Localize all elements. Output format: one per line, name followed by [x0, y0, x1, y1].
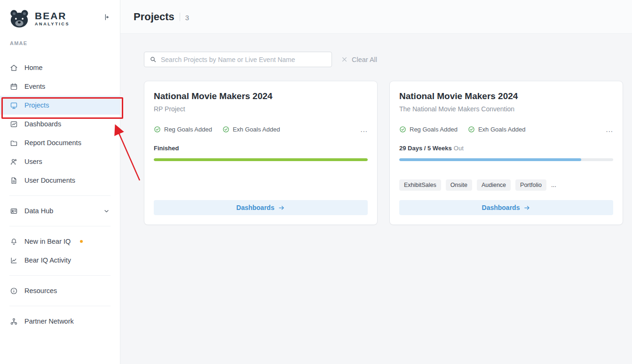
- org-label: AMAE: [10, 40, 120, 46]
- clear-all-label: Clear All: [352, 56, 377, 63]
- progress-bar: [399, 158, 613, 161]
- sidebar-item-data-hub[interactable]: Data Hub: [0, 201, 120, 220]
- status-row: Finished: [154, 145, 368, 152]
- sidebar-divider: [9, 275, 111, 276]
- brand-logo: BEAR ANALYTICS: [0, 0, 120, 28]
- sidebar-item-new-in-bear-iq[interactable]: New in Bear IQ: [0, 232, 120, 251]
- arrow-right-icon: [278, 204, 285, 211]
- sidebar-item-users[interactable]: Users: [0, 152, 120, 171]
- tag-chip: Portfolio: [515, 179, 546, 191]
- progress-fill: [399, 158, 581, 161]
- sidebar-item-label: Bear IQ Activity: [24, 256, 71, 264]
- sidebar-item-partner-network[interactable]: Partner Network: [0, 312, 120, 331]
- check-circle-icon: [222, 126, 229, 133]
- search-input[interactable]: [161, 56, 326, 63]
- sidebar-item-label: Data Hub: [24, 207, 53, 215]
- title-count-divider: [180, 13, 180, 21]
- new-badge-dot: [80, 240, 83, 243]
- check-circle-icon: [399, 126, 406, 133]
- tags-more: ...: [551, 181, 556, 188]
- brand-name: BEAR: [35, 11, 70, 21]
- users-icon: [10, 158, 18, 166]
- page-title: Projects: [134, 11, 174, 23]
- dashboards-button[interactable]: Dashboards: [154, 200, 368, 215]
- sidebar-nav: Home Events Projects Dashboards Report D…: [0, 58, 120, 331]
- folder-icon: [10, 139, 18, 147]
- sidebar-item-label: Dashboards: [24, 120, 61, 128]
- sidebar-item-projects[interactable]: Projects: [0, 96, 120, 115]
- sidebar-item-bear-iq-activity[interactable]: Bear IQ Activity: [0, 251, 120, 270]
- main-content: Projects 3 Clear All National Movie Make…: [120, 0, 632, 364]
- sidebar-item-label: Events: [24, 83, 45, 90]
- home-icon: [10, 64, 18, 72]
- clear-all-button[interactable]: Clear All: [341, 56, 377, 63]
- status-text: Finished: [154, 145, 179, 152]
- status-text: 29 Days / 5 Weeks: [399, 145, 452, 152]
- arrow-right-icon: [523, 204, 530, 211]
- project-card: National Movie Makers 2024 RP Project Re…: [144, 81, 378, 225]
- progress-bar: [154, 158, 368, 161]
- document-icon: [10, 177, 18, 185]
- sidebar-item-label: User Documents: [24, 177, 75, 184]
- page-count: 3: [185, 12, 189, 22]
- sidebar-item-label: Users: [24, 158, 42, 165]
- project-cards: National Movie Makers 2024 RP Project Re…: [144, 81, 623, 225]
- status-suffix: Out: [454, 145, 464, 152]
- exh-goals-badge: Exh Goals Added: [468, 126, 525, 133]
- sidebar-item-user-documents[interactable]: User Documents: [0, 171, 120, 190]
- project-subtitle: RP Project: [154, 105, 368, 113]
- activity-chart-icon: [10, 256, 18, 264]
- tag-chip: Onsite: [446, 179, 472, 191]
- data-hub-icon: [10, 207, 18, 215]
- project-card: National Movie Makers 2024 The National …: [389, 81, 623, 225]
- more-options-icon[interactable]: ...: [360, 128, 368, 132]
- bell-icon: [10, 238, 18, 246]
- tags-row: ExhibitSales Onsite Audience Portfolio .…: [399, 179, 613, 191]
- status-row: 29 Days / 5 WeeksOut: [399, 145, 613, 152]
- dashboards-button[interactable]: Dashboards: [399, 200, 613, 215]
- sidebar-item-label: Report Documents: [24, 139, 81, 147]
- search-box[interactable]: [144, 52, 332, 67]
- project-title: National Movie Makers 2024: [154, 91, 368, 101]
- sidebar-item-resources[interactable]: Resources: [0, 281, 120, 300]
- badge-row: Reg Goals Added Exh Goals Added ...: [154, 126, 368, 133]
- dashboards-icon: [10, 120, 18, 128]
- sidebar-item-label: Projects: [24, 101, 49, 109]
- sidebar-item-report-documents[interactable]: Report Documents: [0, 133, 120, 152]
- page-header: Projects 3: [120, 0, 632, 34]
- sidebar-divider: [9, 195, 111, 196]
- badge-label: Reg Goals Added: [164, 126, 212, 133]
- exh-goals-badge: Exh Goals Added: [222, 126, 280, 133]
- reg-goals-badge: Reg Goals Added: [399, 126, 458, 133]
- collapse-sidebar-icon[interactable]: [103, 13, 111, 23]
- check-circle-icon: [154, 126, 161, 133]
- badge-label: Exh Goals Added: [478, 126, 525, 133]
- badge-label: Exh Goals Added: [233, 126, 280, 133]
- projects-icon: [10, 101, 18, 109]
- progress-fill: [154, 158, 368, 161]
- badge-row: Reg Goals Added Exh Goals Added ...: [399, 126, 613, 133]
- projects-content: Clear All National Movie Makers 2024 RP …: [120, 34, 632, 364]
- project-title: National Movie Makers 2024: [399, 91, 613, 101]
- reg-goals-badge: Reg Goals Added: [154, 126, 212, 133]
- tag-chip: Audience: [477, 179, 511, 191]
- dashboards-button-label: Dashboards: [482, 204, 520, 211]
- more-options-icon[interactable]: ...: [606, 128, 613, 132]
- sidebar-item-label: Resources: [24, 287, 57, 294]
- network-icon: [10, 318, 18, 325]
- sidebar: BEAR ANALYTICS AMAE Home Events Projects: [0, 0, 120, 364]
- sidebar-item-label: Home: [24, 64, 43, 71]
- badge-label: Reg Goals Added: [410, 126, 458, 133]
- chevron-down-icon: [103, 208, 110, 215]
- toolbar: Clear All: [144, 52, 623, 67]
- sidebar-divider: [9, 226, 111, 226]
- sidebar-item-events[interactable]: Events: [0, 77, 120, 96]
- sidebar-item-dashboards[interactable]: Dashboards: [0, 115, 120, 133]
- sidebar-item-home[interactable]: Home: [0, 58, 120, 77]
- info-icon: [10, 287, 18, 295]
- bear-logo-icon: [8, 8, 30, 28]
- sidebar-divider: [9, 306, 111, 306]
- sidebar-item-label: Partner Network: [24, 318, 74, 325]
- tag-chip: ExhibitSales: [399, 179, 441, 191]
- check-circle-icon: [468, 126, 475, 133]
